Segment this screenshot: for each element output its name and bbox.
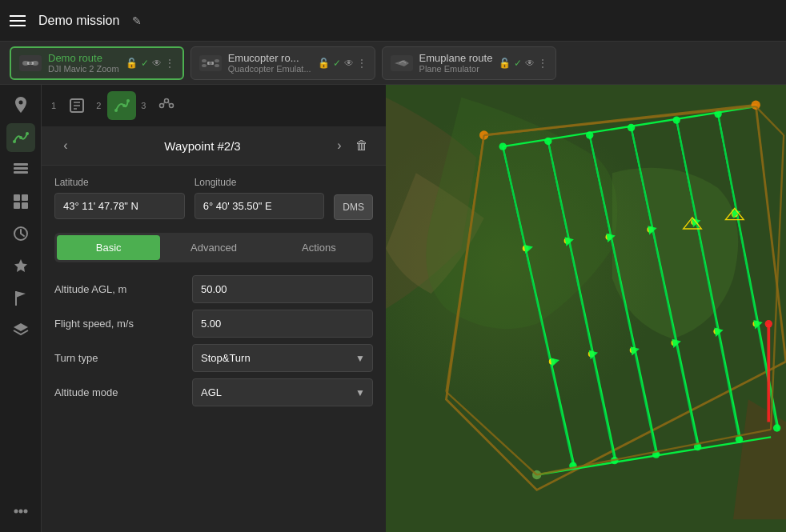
sidebar-icon-actions[interactable] bbox=[6, 251, 35, 280]
coords-row: Latitude Longitude DMS bbox=[42, 166, 386, 226]
route-tab-demo-name: Demo route bbox=[48, 52, 119, 64]
svg-point-28 bbox=[122, 104, 126, 107]
route-tab-demo[interactable]: Demo route DJI Mavic 2 Zoom 🔓 ✓ 👁 ⋮ bbox=[10, 46, 184, 80]
speed-input[interactable] bbox=[192, 310, 373, 338]
waypoint-title: Waypoint #2/3 bbox=[77, 139, 328, 153]
route-tab-emuplane[interactable]: Emuplane route Plane Emulator 🔓 ✓ 👁 ⋮ bbox=[382, 46, 557, 80]
svg-point-10 bbox=[18, 101, 22, 105]
map-area[interactable] bbox=[386, 85, 786, 532]
svg-point-4 bbox=[202, 59, 207, 62]
tab-actions-button[interactable]: Actions bbox=[267, 235, 371, 260]
route-tab-emuplane-actions: 🔓 ✓ 👁 ⋮ bbox=[499, 58, 547, 69]
more-options-icon[interactable]: ⋮ bbox=[165, 58, 174, 69]
svg-point-57 bbox=[586, 131, 593, 138]
tool-tab-plan[interactable] bbox=[62, 91, 91, 120]
svg-point-24 bbox=[18, 510, 22, 514]
svg-rect-19 bbox=[14, 202, 20, 209]
more-options-icon-2[interactable]: ⋮ bbox=[357, 58, 367, 69]
dms-button[interactable]: DMS bbox=[334, 194, 373, 220]
svg-point-77 bbox=[765, 320, 772, 327]
svg-line-82 bbox=[771, 135, 784, 430]
altitude-mode-select-wrap: AGL MSL Terrain ▼ bbox=[192, 378, 373, 406]
mission-title: Demo mission bbox=[38, 14, 119, 28]
svg-point-13 bbox=[26, 132, 29, 135]
svg-point-61 bbox=[628, 124, 635, 131]
svg-rect-16 bbox=[14, 171, 28, 174]
svg-point-30 bbox=[160, 104, 164, 108]
tab-basic-button[interactable]: Basic bbox=[57, 235, 160, 260]
tab-advanced-button[interactable]: Advanced bbox=[162, 235, 265, 260]
eye-icon[interactable]: 👁 bbox=[152, 58, 162, 69]
tab-bar: Basic Advanced Actions bbox=[54, 233, 373, 262]
latitude-label: Latitude bbox=[54, 177, 185, 188]
turn-type-select-wrap: Stop&Turn Bank Turn Adaptive Bank Turn ▼ bbox=[192, 344, 373, 372]
altitude-mode-select[interactable]: AGL MSL Terrain bbox=[192, 378, 373, 406]
eye-icon-2[interactable]: 👁 bbox=[344, 58, 354, 69]
sidebar-icon-layers[interactable] bbox=[6, 315, 35, 344]
svg-point-7 bbox=[215, 64, 219, 67]
waypoint-panel: 1 2 3 bbox=[42, 85, 386, 532]
altitude-mode-row: Altitude mode AGL MSL Terrain ▼ bbox=[54, 378, 373, 406]
plane-icon bbox=[391, 55, 413, 71]
sidebar-icon-more[interactable] bbox=[6, 497, 35, 526]
route-tab-emucopter-info: Emucopter ro... Quadcopter Emulat... bbox=[228, 52, 311, 74]
check-icon: ✓ bbox=[141, 58, 149, 69]
sidebar-icon-list[interactable] bbox=[6, 155, 35, 184]
waypoint-prev-button[interactable]: ‹ bbox=[54, 134, 77, 157]
route-tab-emucopter[interactable]: Emucopter ro... Quadcopter Emulat... 🔓 ✓… bbox=[190, 46, 375, 80]
svg-point-53 bbox=[544, 138, 551, 145]
lock-icon-2[interactable]: 🔓 bbox=[318, 58, 330, 69]
eye-icon-3[interactable]: 👁 bbox=[525, 58, 535, 69]
svg-point-72 bbox=[773, 424, 780, 431]
altitude-input[interactable] bbox=[192, 275, 373, 303]
latitude-input[interactable] bbox=[54, 193, 185, 219]
longitude-group: Longitude bbox=[194, 177, 325, 219]
svg-rect-15 bbox=[14, 167, 28, 170]
route-tab-demo-actions: 🔓 ✓ 👁 ⋮ bbox=[126, 58, 174, 69]
main-content: 1 2 3 bbox=[0, 85, 786, 532]
svg-point-29 bbox=[126, 99, 130, 102]
sidebar-icon-route-edit[interactable] bbox=[6, 123, 35, 152]
speed-label: Flight speed, m/s bbox=[54, 318, 182, 330]
speed-row: Flight speed, m/s bbox=[54, 310, 373, 338]
sidebar-icon-flag[interactable] bbox=[6, 283, 35, 312]
tool-tab-waypoints[interactable] bbox=[152, 91, 181, 120]
turn-type-select[interactable]: Stop&Turn Bank Turn Adaptive Bank Turn bbox=[192, 344, 373, 372]
route-tabs-bar: Demo route DJI Mavic 2 Zoom 🔓 ✓ 👁 ⋮ Emuc… bbox=[0, 42, 786, 85]
hamburger-menu[interactable] bbox=[10, 15, 26, 26]
svg-point-27 bbox=[114, 109, 118, 112]
turn-type-row: Turn type Stop&Turn Bank Turn Adaptive B… bbox=[54, 344, 373, 372]
longitude-input[interactable] bbox=[194, 193, 325, 219]
edit-mission-icon[interactable]: ✎ bbox=[132, 14, 142, 27]
lock-icon-3[interactable]: 🔓 bbox=[499, 58, 511, 69]
longitude-label: Longitude bbox=[194, 177, 325, 188]
route-tab-demo-sub: DJI Mavic 2 Zoom bbox=[48, 64, 119, 74]
svg-rect-14 bbox=[14, 163, 28, 166]
svg-point-32 bbox=[170, 104, 174, 108]
check-icon-3: ✓ bbox=[514, 58, 522, 69]
svg-rect-20 bbox=[22, 202, 28, 209]
sidebar-icon-clock[interactable] bbox=[6, 219, 35, 248]
route-tab-emucopter-sub: Quadcopter Emulat... bbox=[228, 64, 311, 74]
svg-point-5 bbox=[215, 59, 219, 62]
route-tab-emuplane-name: Emuplane route bbox=[419, 52, 493, 64]
map-background bbox=[386, 85, 786, 532]
latitude-group: Latitude bbox=[54, 177, 185, 219]
svg-rect-17 bbox=[14, 194, 20, 201]
svg-point-65 bbox=[672, 116, 680, 123]
lock-icon[interactable]: 🔓 bbox=[126, 58, 138, 69]
tool-tab-route[interactable] bbox=[107, 91, 136, 120]
more-options-icon-3[interactable]: ⋮ bbox=[538, 58, 547, 69]
svg-line-83 bbox=[756, 106, 784, 135]
svg-point-49 bbox=[499, 142, 507, 150]
svg-point-31 bbox=[165, 99, 169, 103]
sidebar-icon-location[interactable] bbox=[6, 91, 35, 120]
route-tab-emuplane-sub: Plane Emulator bbox=[419, 64, 493, 74]
svg-point-11 bbox=[13, 140, 16, 143]
sidebar-icon-table[interactable] bbox=[6, 187, 35, 216]
basic-form: Altitude AGL, m Flight speed, m/s Turn t… bbox=[42, 269, 386, 413]
tab-num-1: 1 bbox=[51, 101, 56, 110]
waypoint-next-button[interactable]: › bbox=[328, 134, 351, 157]
waypoint-delete-button[interactable]: 🗑 bbox=[351, 134, 373, 157]
svg-rect-18 bbox=[22, 194, 28, 201]
